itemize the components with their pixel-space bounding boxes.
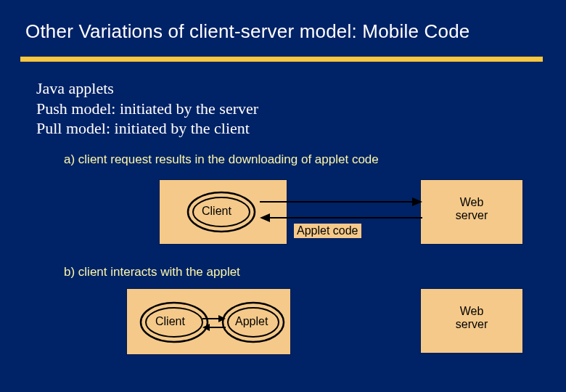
web-server-a-line1: Web xyxy=(460,196,484,208)
title-divider xyxy=(20,57,543,62)
web-server-b-line1: Web xyxy=(460,305,484,317)
body-text: Java applets Push model: initiated by th… xyxy=(36,78,258,139)
caption-a: a) client request results in the downloa… xyxy=(64,152,379,167)
web-server-a-line2: server xyxy=(456,209,488,221)
applet-label-b: Applet xyxy=(235,315,268,328)
body-line-3: Pull model: initiated by the client xyxy=(36,118,258,139)
client-applet-arrows-icon xyxy=(200,314,229,332)
web-server-label-b: Web server xyxy=(439,305,504,332)
web-server-b-line2: server xyxy=(456,318,488,330)
slide: Other Variations of client-server model:… xyxy=(0,0,566,392)
client-label-b: Client xyxy=(155,315,185,328)
slide-title: Other Variations of client-server model:… xyxy=(25,20,470,43)
svg-marker-11 xyxy=(218,315,226,322)
body-line-2: Push model: initiated by the server xyxy=(36,99,258,119)
svg-marker-13 xyxy=(202,324,210,331)
applet-code-label: Applet code xyxy=(294,224,361,238)
svg-marker-3 xyxy=(412,197,422,206)
web-server-label-a: Web server xyxy=(439,196,504,223)
caption-b: b) client interacts with the applet xyxy=(64,265,240,279)
client-label-a: Client xyxy=(202,205,231,218)
svg-marker-5 xyxy=(260,213,270,222)
body-line-1: Java applets xyxy=(36,78,258,99)
